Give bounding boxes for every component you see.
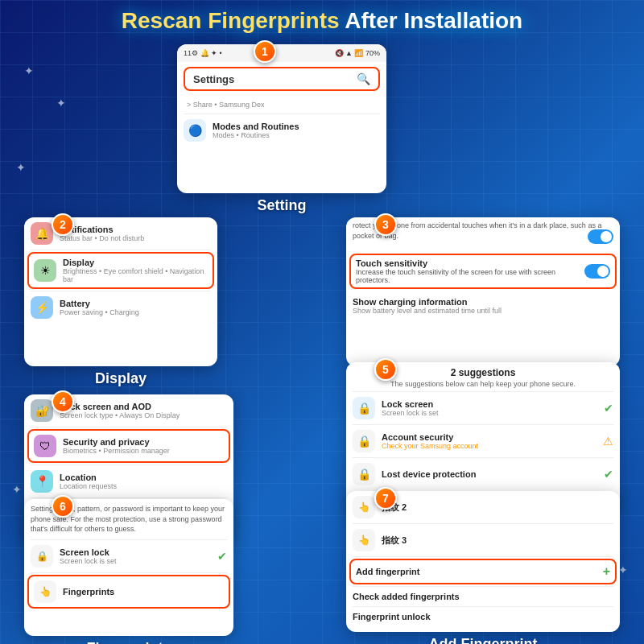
fp2-icon: 👆: [353, 496, 375, 518]
account-security-item[interactable]: 🔒 Account security Check your Samsung ac…: [346, 425, 620, 457]
check-fingerprints-item[interactable]: Check added fingerprints: [346, 587, 620, 606]
battery-item[interactable]: ⚡ Battery Power saving • Charging: [24, 291, 217, 324]
step-badge-3: 3: [374, 213, 397, 236]
card-display: 🔔 Notifications Status bar • Do not dist…: [24, 217, 217, 366]
lost-icon: 🔒: [353, 463, 375, 485]
card1-label: Setting: [225, 197, 338, 214]
card-fingerprints: Setting a PIN, pattern, or password is i…: [24, 499, 233, 636]
card-setting: 11 ⚙ 🔔 ✦ • 🔇 ▲ 📶 70% Settings 🔍 > Share …: [177, 44, 386, 193]
fp3-icon: 👆: [353, 529, 375, 551]
screen-lock-check: ✔: [217, 550, 227, 563]
step-badge-4: 4: [52, 390, 74, 413]
search-icon[interactable]: 🔍: [357, 72, 370, 85]
divider: [31, 572, 227, 573]
fingerprints-item[interactable]: 👆 Fingerprints: [27, 575, 230, 609]
step-badge-1: 1: [254, 40, 276, 63]
touch-sensitivity-item[interactable]: Touch sensitivity Increase the touch sen…: [349, 254, 617, 289]
star-dec: ✦: [56, 97, 66, 109]
status-icons-left: ⚙ 🔔 ✦ •: [192, 49, 222, 57]
lost-device-item[interactable]: 🔒 Lost device protection ✔: [346, 458, 620, 490]
divider: [31, 250, 211, 250]
step-badge-2: 2: [52, 213, 74, 236]
screen-lock-item[interactable]: 🔒 Screen lock Screen lock is set ✔: [24, 540, 233, 572]
touch-toggle[interactable]: [584, 264, 610, 279]
modes-sub: Modes • Routines: [213, 131, 380, 139]
status-time: 11: [184, 49, 192, 57]
suggestion-sub: The suggestions below can help keep your…: [346, 380, 620, 391]
fingerprint-icon: 👆: [34, 580, 56, 603]
star-dec: ✦: [24, 64, 34, 77]
step-badge-6: 6: [52, 495, 74, 518]
check-green-icon: ✔: [604, 402, 613, 415]
check-orange-icon: ⚠: [603, 435, 613, 448]
modes-routines-item[interactable]: 🔵 Modes and Routines Modes • Routines: [177, 114, 386, 147]
step-badge-5: 5: [374, 358, 397, 381]
touch-sub: Increase the touch sensitivity of the sc…: [356, 268, 580, 284]
settings-search-bar[interactable]: Settings 🔍: [184, 67, 380, 91]
star-dec: ✦: [12, 483, 22, 496]
fingerprint-unlock-item[interactable]: Fingerprint unlock: [346, 607, 620, 626]
page-title: Rescan Fingerprints After Installation: [0, 8, 644, 34]
lockscreen-sugg-item[interactable]: 🔒 Lock screen Screen lock is set ✔: [346, 392, 620, 424]
lock-icon: 🔒: [353, 397, 375, 419]
show-charging: Show charging information Show battery l…: [346, 292, 620, 315]
status-bar: 11 ⚙ 🔔 ✦ • 🔇 ▲ 📶 70%: [177, 44, 386, 62]
touch-title: Touch sensitivity: [356, 258, 580, 268]
display-item[interactable]: ☀ Display Brightness • Eye comfort shiel…: [27, 252, 214, 289]
divider: [31, 427, 227, 427]
divider: [353, 556, 613, 557]
top-toggle[interactable]: [588, 229, 613, 244]
battery-icon: ⚡: [31, 296, 53, 319]
display-icon: ☀: [34, 259, 56, 282]
card7-label: Add Fingerprint: [394, 636, 572, 644]
check-green-icon2: ✔: [604, 468, 613, 481]
notif-icon: 🔔: [31, 222, 53, 245]
modes-icon: 🔵: [184, 119, 206, 142]
title-part1: Rescan Fingerprints: [122, 8, 340, 33]
account-icon: 🔒: [353, 430, 375, 452]
fingerprint3-item[interactable]: 👆 指纹 3: [346, 524, 620, 556]
add-fingerprint-item[interactable]: Add fingerprint +: [349, 559, 617, 584]
screenlock-icon: 🔒: [31, 545, 53, 568]
security-privacy-item[interactable]: 🛡 Security and privacy Biometrics • Perm…: [27, 429, 230, 463]
security-icon: 🛡: [34, 435, 56, 457]
location-item[interactable]: 📍 Location Location requests: [24, 465, 233, 497]
search-text: Settings: [193, 73, 234, 85]
step-badge-7: 7: [374, 487, 397, 510]
location-icon: 📍: [31, 470, 53, 493]
title-part2: After Installation: [345, 8, 522, 33]
plus-icon: +: [603, 564, 610, 579]
star-dec: ✦: [16, 161, 26, 174]
card-add-fingerprint: 👆 指纹 2 👆 指纹 3 Add fingerprint + Check ad…: [346, 491, 620, 632]
lockscreen-icon: 🔐: [31, 399, 53, 422]
card-touch: rotect your phone from accidental touche…: [346, 217, 620, 366]
card2-label: Display: [64, 370, 177, 387]
modes-title: Modes and Routines: [213, 122, 380, 131]
status-icons-right: 🔇 ▲ 📶 70%: [335, 49, 380, 57]
card6-label: Fingerprints: [48, 640, 209, 644]
share-item: > Share • Samsung Dex: [177, 96, 386, 114]
